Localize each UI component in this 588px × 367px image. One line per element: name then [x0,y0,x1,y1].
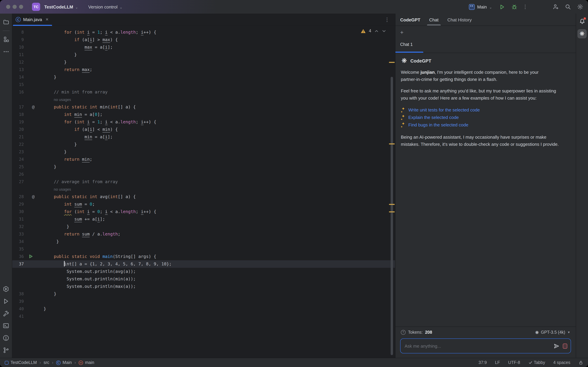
run-main-gutter-icon[interactable] [29,254,33,259]
line-number[interactable]: 41 [12,313,24,320]
line-number[interactable]: 32 [12,223,24,230]
code-line[interactable]: 23 } [12,148,395,156]
gutter[interactable] [24,260,43,268]
file-encoding[interactable]: UTF-8 [508,360,520,365]
gutter[interactable] [24,216,43,223]
gutter[interactable] [24,66,43,73]
line-number[interactable]: 26 [12,171,24,178]
line-number[interactable]: 11 [12,51,24,58]
line-number[interactable]: 31 [12,216,24,223]
problems-tool-icon[interactable] [1,333,10,342]
gutter[interactable] [24,275,43,283]
gutter[interactable] [24,185,43,193]
gutter[interactable] [24,268,43,275]
menu-version-control[interactable]: Version control ⌄ [81,2,125,12]
inlay-hint-line[interactable]: no usages [12,96,395,103]
warning-stripe-mark[interactable] [389,211,395,212]
breadcrumb-method[interactable]: m main [79,360,94,365]
line-number[interactable]: 30 [12,208,24,216]
line-number[interactable]: 25 [12,163,24,171]
gutter[interactable] [24,200,43,208]
gutter[interactable] [24,230,43,238]
line-number[interactable] [12,283,24,290]
line-number[interactable]: 13 [12,66,24,73]
gutter[interactable] [24,51,43,58]
gutter[interactable] [24,58,43,66]
line-number[interactable] [12,96,24,103]
line-number[interactable] [12,268,24,275]
code-line[interactable]: 38 } [12,290,395,298]
settings-button[interactable] [576,3,584,10]
services-tool-icon[interactable] [1,284,10,293]
previous-warning-icon[interactable] [374,29,379,33]
gutter[interactable] [24,313,43,320]
gutter[interactable] [24,283,43,290]
gutter[interactable] [24,111,43,118]
project-tool-icon[interactable] [1,18,10,26]
suggestion-link[interactable]: Write unit tests for the selected code [408,107,480,112]
code-line[interactable]: 12 } [12,58,395,66]
line-number[interactable]: 29 [12,200,24,208]
readonly-toggle[interactable] [579,360,583,365]
code-line[interactable]: 11 } [12,51,395,58]
code-line[interactable]: 31 sum += a[i]; [12,216,395,223]
line-number[interactable]: 33 [12,230,24,238]
line-number[interactable] [12,185,24,193]
line-number[interactable]: 14 [12,73,24,81]
code-line[interactable]: 41 [12,313,395,320]
tab-main-java[interactable]: C Main.java ✕ [12,13,53,26]
line-number[interactable]: 15 [12,81,24,88]
code-line[interactable]: 28@ public static int avg(int[] a) { [12,193,395,200]
minimize-window-icon[interactable] [13,5,17,9]
gutter[interactable] [24,290,43,298]
line-number[interactable]: 18 [12,111,24,118]
line-number[interactable]: 17 [12,103,24,111]
code-line[interactable]: 29 int sum = 0; [12,200,395,208]
next-warning-icon[interactable] [382,29,386,33]
code-line[interactable]: 20 if (a[i] < min) { [12,126,395,133]
suggestion-link[interactable]: Explain the selected code [408,115,459,120]
code-line[interactable]: 35 [12,245,395,253]
gutter[interactable] [24,223,43,230]
line-number[interactable] [12,275,24,283]
editor-options-button[interactable]: ⋮ [385,17,390,23]
gutter[interactable]: @ [24,193,43,200]
line-number[interactable]: 12 [12,58,24,66]
run-button[interactable] [498,3,506,10]
code-line[interactable]: 40} [12,305,395,313]
model-selector[interactable]: ❋ GPT-3.5 (4k) ▼ [535,330,570,335]
warning-stripe-mark[interactable] [389,143,395,144]
annotation-gutter-icon[interactable]: @ [32,193,35,200]
line-number[interactable]: 8 [12,29,24,36]
terminal-tool-icon[interactable] [1,321,10,330]
line-number[interactable]: 38 [12,290,24,298]
code-line[interactable]: 14 } [12,73,395,81]
stop-icon[interactable] [563,343,567,349]
line-number[interactable]: 28 [12,193,24,200]
gutter[interactable] [24,298,43,305]
line-number[interactable]: 34 [12,238,24,245]
build-tool-icon[interactable] [1,309,10,318]
close-tab-icon[interactable]: ✕ [45,17,49,22]
gutter[interactable] [24,81,43,88]
suggestion-link[interactable]: Find bugs in the selected code [408,122,468,127]
gutter[interactable]: @ [24,103,43,111]
more-actions-button[interactable]: ⋮ [523,4,527,10]
breadcrumb-project[interactable]: TestCodeLLM [5,360,37,365]
gutter[interactable] [24,156,43,163]
help-icon[interactable]: ? [401,330,406,335]
zoom-window-icon[interactable] [19,5,23,9]
window-controls[interactable] [6,5,23,9]
code-line[interactable]: 16 // min int from array [12,88,395,96]
search-everywhere-button[interactable] [564,3,572,10]
gutter[interactable] [24,245,43,253]
code-line[interactable]: 37 int[] a = {1, 2, 3, 4, 5, 6, 7, 8, 9,… [12,260,395,268]
gutter[interactable] [24,118,43,126]
code-line[interactable]: 24 return min; [12,156,395,163]
line-number[interactable]: 35 [12,245,24,253]
notifications-button[interactable] [578,17,587,26]
code-line[interactable]: 32 } [12,223,395,230]
code-with-me-button[interactable] [552,3,559,10]
gutter[interactable] [24,88,43,96]
code-line[interactable]: 25 } [12,163,395,171]
